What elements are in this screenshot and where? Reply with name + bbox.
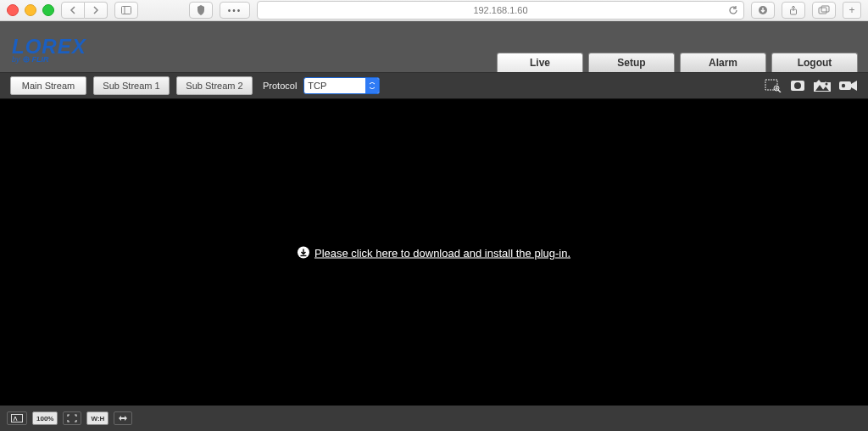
svg-line-11 — [778, 90, 781, 92]
chevron-down-icon — [365, 78, 379, 93]
zoom-window-button[interactable] — [42, 4, 54, 16]
svg-rect-5 — [821, 6, 829, 12]
aspect-ratio-button[interactable]: W:H — [86, 411, 108, 425]
plugin-download-link[interactable]: Please click here to download and instal… — [298, 246, 570, 259]
ptz-icon[interactable] — [114, 411, 132, 425]
extensions-button[interactable]: ••• — [220, 2, 250, 19]
main-nav: Live Setup Alarm Logout — [497, 53, 858, 72]
fullscreen-icon[interactable] — [63, 411, 81, 425]
svg-point-15 — [794, 82, 801, 89]
brand-byline: by — [12, 55, 20, 64]
close-window-button[interactable] — [7, 4, 19, 16]
back-button[interactable] — [61, 2, 85, 19]
svg-point-18 — [826, 83, 828, 86]
forward-button[interactable] — [85, 2, 108, 19]
svg-rect-0 — [122, 7, 131, 14]
sub-stream-1-button[interactable]: Sub Stream 1 — [93, 76, 170, 95]
nav-back-forward — [61, 2, 108, 19]
tab-alarm[interactable]: Alarm — [680, 53, 766, 72]
window-controls — [7, 4, 54, 16]
brand-sub: FLIR — [32, 55, 49, 64]
download-arrow-icon — [298, 247, 309, 259]
brand-logo: LOREX by FLIR — [12, 35, 86, 64]
svg-line-27 — [15, 417, 17, 421]
reload-icon[interactable] — [728, 5, 738, 15]
protocol-value: TCP — [308, 81, 326, 91]
stream-toolbar: Main Stream Sub Stream 1 Sub Stream 2 Pr… — [0, 73, 868, 99]
video-viewport: Please click here to download and instal… — [0, 99, 868, 406]
browser-titlebar: ••• 192.168.1.60 + — [0, 0, 868, 21]
new-tab-button[interactable]: + — [843, 2, 861, 19]
zoom-level-button[interactable]: 100% — [32, 411, 58, 425]
sidebar-button[interactable] — [114, 2, 138, 19]
snapshot-icon[interactable] — [814, 80, 831, 92]
url-text: 192.168.1.60 — [473, 5, 527, 15]
svg-line-26 — [14, 417, 15, 421]
svg-marker-22 — [851, 81, 857, 91]
download-button[interactable] — [751, 2, 775, 19]
record-icon[interactable] — [790, 79, 805, 92]
svg-point-23 — [842, 84, 845, 87]
protocol-label: Protocol — [263, 81, 297, 91]
plugin-download-text: Please click here to download and instal… — [314, 246, 570, 259]
tab-live[interactable]: Live — [497, 53, 583, 72]
flir-icon — [23, 56, 30, 63]
svg-marker-28 — [119, 416, 127, 421]
main-stream-button[interactable]: Main Stream — [10, 76, 86, 95]
protocol-select[interactable]: TCP — [303, 77, 380, 94]
tabs-button[interactable] — [812, 2, 836, 19]
svg-rect-25 — [12, 415, 23, 422]
video-record-icon[interactable] — [839, 80, 858, 92]
tab-logout[interactable]: Logout — [771, 53, 858, 72]
tab-setup[interactable]: Setup — [588, 53, 675, 72]
sub-stream-2-button[interactable]: Sub Stream 2 — [176, 76, 253, 95]
bottom-bar: 100% W:H — [0, 406, 868, 431]
share-button[interactable] — [782, 2, 805, 19]
minimize-window-button[interactable] — [25, 4, 36, 16]
roi-zoom-icon[interactable] — [765, 79, 782, 92]
shield-button[interactable] — [189, 2, 213, 19]
osd-toggle-icon[interactable] — [7, 411, 27, 425]
address-bar[interactable]: 192.168.1.60 — [257, 1, 744, 20]
app-header: LOREX by FLIR Live Setup Alarm Logout — [0, 21, 868, 73]
svg-rect-4 — [819, 8, 826, 14]
